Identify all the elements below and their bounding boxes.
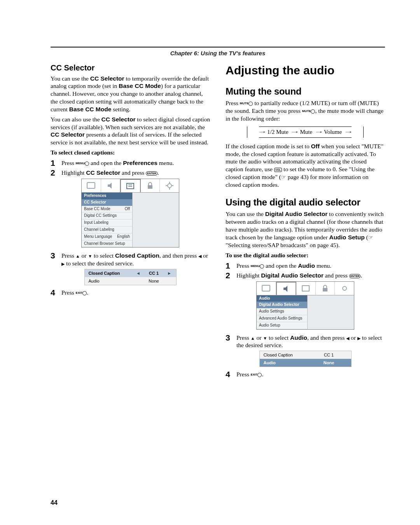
tab-setup-icon — [335, 282, 354, 295]
tab-picture-icon — [257, 282, 276, 295]
button-icon — [260, 264, 264, 269]
menu-title: Audio — [257, 295, 307, 302]
arrow-icon: → — [257, 128, 267, 135]
tab-audio-icon — [101, 179, 121, 192]
svg-rect-2 — [148, 185, 152, 189]
menu-row: Channel Labeling — [82, 227, 132, 234]
button-icon — [248, 102, 253, 106]
tab-audio-icon — [276, 282, 297, 295]
cc-selector-popup: Closed Caption ◄ CC 1 ► Audio None — [84, 269, 177, 285]
arrow-icon: → — [290, 128, 300, 135]
right-column: Adjusting the audio Muting the sound Pre… — [226, 62, 385, 379]
up-icon: ▲ — [76, 254, 80, 259]
tab-preferences-icon — [296, 282, 316, 295]
tab-picture-icon — [82, 179, 101, 192]
digital-audio-selector-heading: Using the digital audio selector — [226, 197, 385, 209]
right-arrow-icon: ► — [167, 270, 172, 276]
paragraph: You can use the Digital Audio Selector t… — [226, 210, 385, 249]
menu-row: Digital CC Settings — [82, 212, 132, 219]
preferences-menu-screenshot: Preferences CC Selector Base CC ModeOff … — [81, 179, 179, 248]
step-number: 4 — [226, 370, 236, 379]
paragraph: Press MUTE to partially reduce (1/2 MUTE… — [226, 99, 385, 122]
right-icon: ▶ — [61, 262, 65, 267]
menu-row: Audio Setup — [257, 322, 307, 329]
step-3: 3 Press ▲ or ▼ to select Closed Caption,… — [51, 251, 210, 267]
up-icon: ▲ — [251, 336, 255, 341]
svg-point-3 — [168, 184, 172, 188]
step-1: 1 Press MENU and open the Audio menu. — [226, 262, 385, 270]
left-icon: ◀ — [198, 254, 201, 259]
muting-sound-heading: Muting the sound — [226, 86, 385, 98]
step-number: 4 — [51, 288, 61, 297]
step-3: 3 Press ▲ or ▼ to select Audio, and then… — [226, 334, 385, 349]
step-number: 3 — [51, 251, 61, 267]
step-2: 2 Highlight CC Selector and press ENTER. — [51, 169, 210, 177]
button-icon — [257, 373, 262, 377]
tab-preferences-icon — [120, 179, 141, 192]
menu-title: Preferences — [82, 193, 132, 199]
svg-rect-0 — [87, 183, 95, 188]
enter-icon: ENTER — [146, 171, 158, 176]
step-4: 4 Press EXIT. — [51, 288, 210, 297]
chapter-title: Chapter 6: Using the TV's features — [170, 50, 265, 56]
svg-rect-9 — [302, 286, 309, 291]
pointer-icon: ☞ — [368, 235, 373, 241]
arrow-icon: → — [343, 128, 353, 135]
step-1: 1 Press MENU and open the Preferences me… — [51, 159, 210, 167]
svg-rect-10 — [323, 288, 327, 291]
svg-point-11 — [343, 286, 346, 290]
page-number: 44 — [51, 499, 58, 506]
tab-lock-icon — [316, 282, 335, 295]
audio-menu-screenshot: Audio Digital Audio Selector Audio Setti… — [256, 281, 354, 330]
svg-rect-8 — [262, 285, 270, 291]
step-2: 2 Highlight Digital Audio Selector and p… — [226, 271, 385, 280]
step-4: 4 Press EXIT. — [226, 370, 385, 379]
paragraph: If the closed caption mode is set to Off… — [226, 142, 385, 189]
menu-row: Menu LanguageEnglish — [82, 234, 132, 241]
tab-setup-icon — [160, 179, 179, 192]
cc-selector-heading: CC Selector — [51, 63, 210, 73]
enter-icon: ENTER — [349, 274, 361, 278]
chapter-header: Chapter 6: Using the TV's features — [51, 47, 385, 62]
right-icon: ▶ — [357, 336, 360, 341]
paragraph: You can also use the CC Selector to sele… — [51, 116, 210, 146]
menu-selected: Digital Audio Selector — [257, 302, 307, 308]
vol-icon: VOL — [274, 168, 282, 172]
step-number: 2 — [51, 169, 61, 177]
audio-selector-popup: Closed Caption CC 1 Audio None — [259, 351, 352, 367]
paragraph: You can use the CC Selector to temporari… — [51, 75, 210, 113]
step-number: 1 — [51, 159, 61, 167]
to-use-caption: To use the digital audio selector: — [226, 251, 385, 259]
menu-row: Advanced Audio Settings — [257, 315, 307, 322]
step-number: 1 — [226, 262, 236, 270]
step-number: 3 — [226, 334, 236, 349]
menu-selected: CC Selector — [82, 199, 132, 206]
button-icon — [85, 162, 89, 166]
menu-row: Channel Browser Setup — [82, 241, 132, 248]
button-icon — [311, 109, 315, 114]
mute-flow-diagram: →1/2 Mute →Mute →Volume → — [247, 126, 364, 138]
left-column: CC Selector You can use the CC Selector … — [51, 62, 210, 379]
to-select-caption: To select closed captions: — [51, 149, 210, 156]
menu-row: Base CC ModeOff — [82, 206, 132, 213]
step-number: 2 — [226, 271, 236, 280]
down-icon: ▼ — [263, 336, 267, 341]
down-icon: ▼ — [88, 254, 92, 259]
svg-rect-1 — [127, 183, 134, 189]
left-arrow-icon: ◄ — [136, 270, 141, 276]
pointer-icon: ☞ — [281, 175, 286, 181]
tab-lock-icon — [141, 179, 160, 192]
arrow-icon: → — [314, 128, 324, 135]
button-icon — [82, 291, 87, 295]
adjusting-audio-heading: Adjusting the audio — [226, 63, 385, 78]
menu-row: Audio Settings — [257, 308, 307, 315]
menu-row: Input Labeling — [82, 219, 132, 227]
